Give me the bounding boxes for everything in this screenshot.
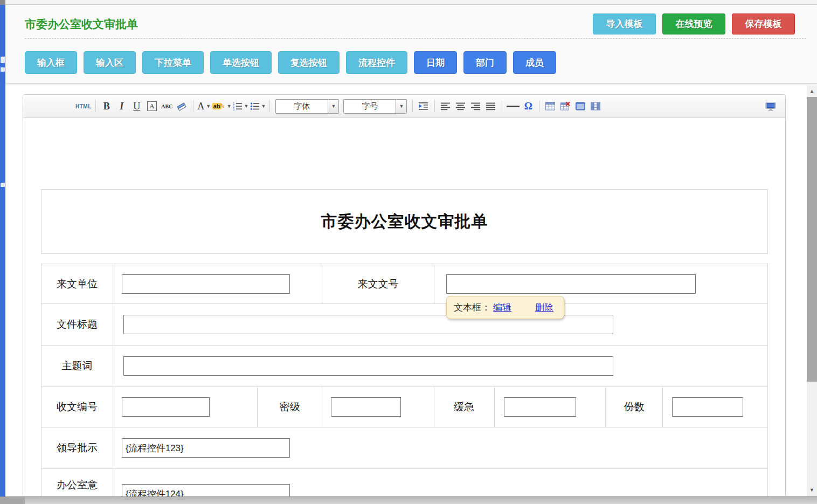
table-properties-icon[interactable] [573, 99, 587, 113]
divider [25, 38, 806, 39]
toolbar-separator [539, 100, 539, 112]
editor-toolbar: HTML B I U A ABC A▼ ab✎▼ 1 2 3 [23, 95, 785, 118]
urgency-input[interactable] [504, 397, 576, 417]
field-label: 缓急 [454, 400, 474, 414]
add-checkbox-button[interactable]: 复选按钮 [278, 51, 340, 74]
field-label: 份数 [624, 400, 645, 414]
label-cell: 密级 [258, 387, 322, 427]
align-justify-icon[interactable] [484, 99, 498, 113]
align-left-icon[interactable] [439, 99, 453, 113]
keywords-input[interactable] [123, 356, 613, 376]
table-row: 领导批示 [41, 427, 767, 469]
source-unit-input[interactable] [122, 274, 290, 294]
label-cell: 文件标题 [41, 304, 113, 345]
label-cell: 来文文号 [322, 264, 434, 303]
rich-text-editor: HTML B I U A ABC A▼ ab✎▼ 1 2 3 [23, 94, 786, 496]
copies-input[interactable] [672, 397, 743, 417]
add-dropdown-button[interactable]: 下拉菜单 [142, 51, 204, 74]
special-char-icon[interactable]: Ω [521, 99, 535, 113]
page-title: 市委办公室收文审批单 [25, 17, 138, 32]
chevron-down-icon: ▼ [206, 103, 211, 109]
window-bottom-corner [0, 497, 25, 504]
bold-icon[interactable]: B [100, 99, 114, 113]
add-textarea-button[interactable]: 输入区 [84, 51, 136, 74]
receipt-no-input[interactable] [122, 397, 210, 417]
field-label: 来文文号 [358, 277, 399, 291]
ordered-list-icon[interactable]: 1 2 3 ▼ [233, 99, 249, 113]
scrollbar-thumb[interactable] [807, 97, 817, 382]
toolbar-separator [502, 100, 502, 112]
add-date-button[interactable]: 日期 [414, 51, 457, 74]
input-cell [322, 387, 434, 427]
toolbar-separator [434, 100, 435, 112]
widget-button-row: 输入框 输入区 下拉菜单 单选按钮 复选按钮 流程控件 日期 部门 成员 [25, 51, 556, 74]
html-source-icon[interactable]: HTML [75, 99, 92, 113]
editor-content[interactable]: 市委办公室收文审批单 来文单位 来文文号 文件标题 主题词 [23, 118, 785, 496]
field-label: 办公室意 [57, 478, 98, 492]
input-cell [113, 427, 767, 468]
font-family-select[interactable]: 字体 ▼ [275, 99, 339, 114]
input-cell [113, 346, 767, 386]
tooltip-label: 文本框： [454, 301, 490, 314]
sidebar-edge-glyph [1, 57, 5, 63]
add-flow-control-button[interactable]: 流程控件 [346, 51, 407, 74]
align-right-icon[interactable] [469, 99, 483, 113]
input-cell [495, 387, 606, 427]
cell-properties-icon[interactable] [588, 99, 603, 113]
form-title-box: 市委办公室收文审批单 [41, 189, 768, 254]
secrecy-input[interactable] [331, 397, 401, 417]
leader-remark-input[interactable] [122, 438, 290, 458]
strikethrough-icon[interactable]: ABC [160, 99, 174, 113]
svg-text:3: 3 [233, 108, 234, 111]
sidebar-edge [0, 5, 5, 504]
save-template-button[interactable]: 保存模板 [732, 13, 795, 34]
table-row: 来文单位 来文文号 [41, 264, 767, 304]
field-label: 收文编号 [57, 400, 98, 414]
add-department-button[interactable]: 部门 [463, 51, 507, 74]
align-center-icon[interactable] [454, 99, 468, 113]
chevron-down-icon: ▼ [227, 103, 232, 109]
sidebar-edge-glyph [1, 183, 5, 187]
chevron-down-icon[interactable]: ▼ [396, 100, 406, 113]
label-cell: 缓急 [434, 387, 495, 427]
field-label: 主题词 [62, 359, 93, 373]
input-cell [113, 264, 322, 303]
add-radio-button[interactable]: 单选按钮 [210, 51, 272, 74]
label-cell: 主题词 [41, 346, 113, 386]
add-input-box-button[interactable]: 输入框 [25, 51, 77, 74]
form-title: 市委办公室收文审批单 [321, 211, 488, 233]
unordered-list-icon[interactable]: ▼ [250, 99, 266, 113]
indent-icon[interactable] [417, 99, 431, 113]
fullscreen-icon[interactable] [764, 99, 778, 113]
add-member-button[interactable]: 成员 [513, 51, 556, 74]
delete-table-icon[interactable] [558, 99, 572, 113]
template-action-row: 导入模板 在线预览 保存模板 [593, 13, 795, 34]
font-color-icon[interactable]: A▼ [197, 99, 211, 113]
field-label: 文件标题 [57, 317, 98, 332]
font-size-select[interactable]: 字号 ▼ [343, 99, 407, 114]
vertical-scrollbar[interactable]: ▲ ▼ [807, 85, 817, 496]
toolbar-separator [193, 100, 193, 112]
label-cell: 来文单位 [41, 264, 113, 303]
remove-format-icon[interactable] [175, 99, 189, 113]
edit-widget-link[interactable]: 编辑 [493, 301, 511, 314]
chevron-down-icon[interactable]: ▼ [328, 100, 338, 113]
doc-number-input[interactable] [446, 274, 696, 294]
label-cell: 份数 [606, 387, 663, 427]
scrollbar-up-icon[interactable]: ▲ [807, 85, 817, 97]
table-row: 主题词 [41, 346, 767, 387]
import-template-button[interactable]: 导入模板 [593, 13, 656, 34]
scrollbar-down-icon[interactable]: ▼ [807, 484, 817, 496]
horizontal-rule-icon[interactable] [506, 99, 520, 113]
pencil-icon: ✎ [220, 102, 225, 110]
highlight-color-icon[interactable]: ab✎▼ [212, 99, 232, 113]
delete-widget-link[interactable]: 删除 [535, 301, 553, 314]
form-table: 来文单位 来文文号 文件标题 主题词 [41, 264, 768, 504]
underline-icon[interactable]: U [130, 99, 144, 113]
online-preview-button[interactable]: 在线预览 [662, 13, 725, 34]
insert-table-icon[interactable] [543, 99, 557, 113]
input-cell [113, 304, 767, 345]
italic-icon[interactable]: I [115, 99, 129, 113]
sidebar-edge-glyph [1, 67, 5, 72]
char-border-icon[interactable]: A [145, 99, 159, 113]
